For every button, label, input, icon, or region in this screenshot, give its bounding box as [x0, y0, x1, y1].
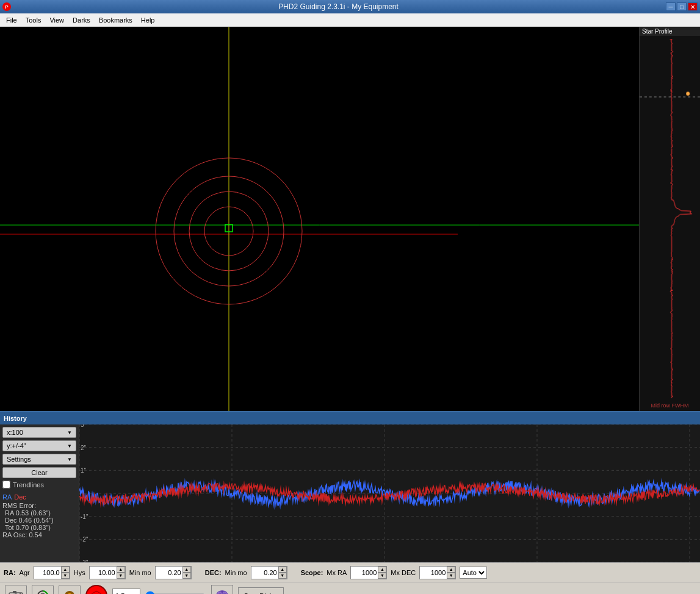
dec-ctrl-label: DEC: — [205, 569, 222, 576]
agr-input[interactable]: 100.0 — [34, 567, 61, 579]
ra-osc: RA Osc: 0.54 — [2, 531, 76, 539]
history-panel: History x:100 ▼ y:+/-4" ▼ Settings ▼ Cle… — [0, 411, 700, 562]
menu-help[interactable]: Help — [137, 15, 159, 25]
mx-dec-input[interactable]: 1000 — [420, 567, 447, 579]
agr-label: Agr — [20, 569, 30, 576]
menu-bookmarks[interactable]: Bookmarks — [95, 15, 136, 25]
loop-icon — [34, 587, 51, 595]
min-mo-ra-input[interactable]: 0.20 — [156, 567, 182, 579]
min-mo-ra-up-btn[interactable]: ▲ — [182, 567, 191, 573]
guide-view-canvas — [0, 27, 639, 411]
mx-ra-label: Mx RA — [327, 569, 347, 576]
min-mo-dec-input[interactable]: 0.20 — [251, 567, 278, 579]
menu-tools[interactable]: Tools — [22, 15, 45, 25]
rms-ra: RA 0.53 (0.63") — [5, 509, 76, 517]
min-mo-dec-up-btn[interactable]: ▲ — [278, 567, 287, 573]
hys-down-btn[interactable]: ▼ — [117, 573, 125, 579]
mx-ra-down-btn[interactable]: ▼ — [378, 573, 386, 579]
main-view[interactable] — [0, 27, 639, 411]
maximize-button[interactable]: □ — [677, 2, 687, 11]
trendlines-checkbox[interactable] — [2, 481, 10, 488]
title-bar-left: P — [2, 2, 11, 11]
mx-dec-input-wrap: 1000 ▲ ▼ — [419, 566, 456, 579]
min-mo-dec-input-wrap: 0.20 ▲ ▼ — [251, 566, 287, 579]
auto-select[interactable]: Auto — [460, 567, 487, 579]
agr-input-wrap: 100.0 ▲ ▼ — [34, 566, 70, 579]
bottom-controls: RA: Agr 100.0 ▲ ▼ Hys 10.00 ▲ ▼ Min mo 0… — [0, 562, 700, 582]
agr-up-btn[interactable]: ▲ — [61, 567, 70, 573]
brain-icon — [214, 587, 231, 595]
svg-rect-2 — [13, 591, 16, 593]
graph-area — [79, 424, 700, 562]
hys-up-btn[interactable]: ▲ — [117, 567, 125, 573]
history-content: x:100 ▼ y:+/-4" ▼ Settings ▼ Clear Trend… — [0, 424, 700, 562]
rms-tot: Tot 0.70 (0.83") — [5, 524, 76, 531]
trendlines-label: Trendlines — [13, 481, 44, 488]
mx-dec-up-btn[interactable]: ▲ — [447, 567, 455, 573]
camera-button[interactable] — [5, 585, 27, 595]
rms-section: RA Dec RMS Error: RA 0.53 (0.63") Dec 0.… — [2, 493, 76, 539]
brain-button[interactable] — [211, 585, 233, 595]
agr-down-btn[interactable]: ▼ — [61, 573, 70, 579]
menu-bar: File Tools View Darks Bookmarks Help — [0, 13, 700, 27]
hys-input[interactable]: 10.00 — [90, 567, 117, 579]
hys-input-wrap: 10.00 ▲ ▼ — [89, 566, 126, 579]
rms-dec: Dec 0.46 (0.54") — [5, 517, 76, 524]
ra-label: RA — [2, 493, 12, 501]
menu-darks[interactable]: Darks — [69, 15, 94, 25]
minimize-button[interactable]: ─ — [666, 2, 676, 11]
app-title: PHD2 Guiding 2.3.1i - My Equipment — [11, 2, 666, 11]
mx-ra-up-btn[interactable]: ▲ — [378, 567, 386, 573]
mx-dec-label: Mx DEC — [391, 569, 416, 576]
x-scale-button[interactable]: x:100 ▼ — [2, 427, 76, 438]
mid-row-fwhm-label: Mid row FWHM — [640, 403, 700, 409]
history-title: History — [4, 415, 27, 422]
hys-label: Hys — [74, 569, 85, 576]
trendlines-row: Trendlines — [2, 481, 76, 488]
min-mo-dec-label: Min mo — [225, 569, 247, 576]
close-button[interactable]: ✕ — [688, 2, 698, 11]
min-mo-ra-input-wrap: 0.20 ▲ ▼ — [155, 566, 192, 579]
menu-view[interactable]: View — [46, 15, 68, 25]
mx-ra-input-wrap: 1000 ▲ ▼ — [350, 566, 387, 579]
star-profile-canvas — [640, 39, 700, 399]
exposure-slider[interactable] — [145, 591, 206, 595]
cam-dialog-button[interactable]: Cam Dialog — [238, 587, 284, 595]
loop-button[interactable] — [32, 585, 54, 595]
toolbar: STOP 0.5 s 1.0 s 1.5 s 2.0 s 3.0 s 4.0 s… — [0, 582, 700, 594]
view-row: Star Profile Mid row FWHM — [0, 27, 700, 411]
history-controls: x:100 ▼ y:+/-4" ▼ Settings ▼ Clear Trend… — [0, 424, 79, 562]
star-icon — [61, 587, 78, 595]
rms-header: RMS Error: — [2, 502, 76, 509]
stop-button[interactable]: STOP — [85, 585, 107, 595]
app-icon: P — [2, 2, 11, 11]
min-mo-ra-down-btn[interactable]: ▼ — [182, 573, 191, 579]
svg-marker-10 — [92, 591, 101, 595]
exposure-select[interactable]: 0.5 s 1.0 s 1.5 s 2.0 s 3.0 s 4.0 s 5.0 … — [112, 589, 140, 595]
ra-ctrl-label: RA: — [4, 569, 16, 576]
title-bar-controls[interactable]: ─ □ ✕ — [666, 2, 698, 11]
star-button[interactable] — [59, 585, 81, 595]
settings-button[interactable]: Settings ▼ — [2, 454, 76, 465]
camera-icon — [9, 590, 23, 595]
menu-file[interactable]: File — [2, 15, 21, 25]
min-mo-dec-down-btn[interactable]: ▼ — [278, 573, 287, 579]
title-bar: P PHD2 Guiding 2.3.1i - My Equipment ─ □… — [0, 0, 700, 13]
clear-button[interactable]: Clear — [2, 467, 76, 478]
star-profile-label: Star Profile — [640, 27, 700, 36]
mx-dec-down-btn[interactable]: ▼ — [447, 573, 455, 579]
mx-ra-input[interactable]: 1000 — [351, 567, 378, 579]
history-header: History — [0, 412, 700, 424]
y-scale-button[interactable]: y:+/-4" ▼ — [2, 440, 76, 451]
min-mo-ra-label: Min mo — [129, 569, 151, 576]
scope-ctrl-label: Scope: — [301, 569, 323, 576]
graph-canvas — [79, 424, 700, 562]
star-profile-panel: Star Profile Mid row FWHM — [639, 27, 700, 411]
stop-icon: STOP — [90, 590, 103, 595]
dec-label: Dec — [14, 493, 26, 501]
